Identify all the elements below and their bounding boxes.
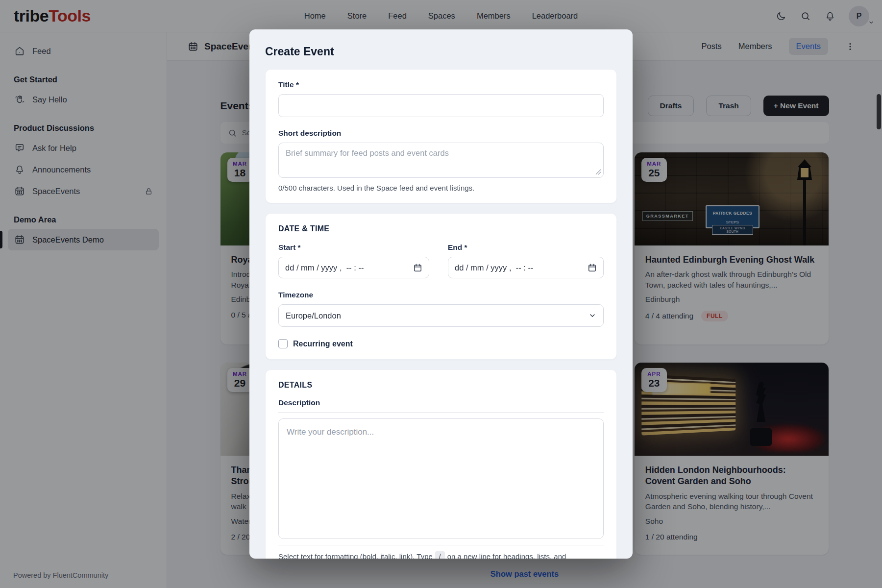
slash-key: / bbox=[435, 551, 445, 559]
short-description-label: Short description bbox=[278, 129, 604, 138]
modal-title: Create Event bbox=[265, 45, 617, 58]
divider bbox=[278, 412, 604, 413]
end-field: End * dd / mm / yyyy , -- : -- bbox=[448, 243, 604, 278]
recurring-event-row: Recurring event bbox=[278, 339, 604, 348]
short-description-textarea[interactable] bbox=[278, 143, 604, 178]
details-heading: DETAILS bbox=[278, 381, 604, 390]
divider bbox=[278, 545, 604, 545]
character-counter-helper: 0/500 characters. Used in the Space feed… bbox=[278, 184, 604, 192]
timezone-value: Europe/London bbox=[286, 311, 341, 320]
start-datetime-input[interactable]: dd / mm / yyyy , -- : -- bbox=[278, 257, 429, 278]
calendar-icon[interactable] bbox=[588, 263, 597, 272]
formatting-hint: Select text for formatting (bold, italic… bbox=[278, 551, 604, 559]
timezone-label: Timezone bbox=[278, 291, 604, 299]
short-description-wrap bbox=[278, 143, 604, 178]
calendar-icon[interactable] bbox=[413, 263, 422, 272]
event-title-input[interactable] bbox=[278, 94, 604, 117]
title-label: Title * bbox=[278, 80, 604, 89]
end-label: End * bbox=[448, 243, 604, 252]
page: tribeTools Home Store Feed Spaces Member… bbox=[0, 0, 882, 588]
timezone-select[interactable]: Europe/London bbox=[278, 304, 604, 327]
details-section: DETAILS Description Write your descripti… bbox=[265, 369, 617, 559]
description-label: Description bbox=[278, 398, 604, 407]
recurring-event-checkbox[interactable] bbox=[278, 339, 288, 348]
resize-grip-icon[interactable] bbox=[595, 169, 601, 175]
date-time-row: Start * dd / mm / yyyy , -- : -- End * d… bbox=[278, 243, 604, 278]
chevron-down-icon bbox=[588, 312, 596, 319]
hint-text: Select text for formatting (bold, italic… bbox=[278, 552, 433, 559]
hint-text: on a new line for headings, lists, and bbox=[447, 552, 566, 559]
description-placeholder: Write your description... bbox=[287, 427, 374, 437]
date-time-heading: DATE & TIME bbox=[278, 224, 604, 233]
description-editor[interactable]: Write your description... bbox=[278, 418, 604, 539]
date-time-section: DATE & TIME Start * dd / mm / yyyy , -- … bbox=[265, 213, 617, 360]
end-datetime-input[interactable]: dd / mm / yyyy , -- : -- bbox=[448, 257, 604, 278]
start-label: Start * bbox=[278, 243, 429, 252]
scrollbar-thumb[interactable] bbox=[877, 94, 881, 129]
basic-info-section: Title * Short description 0/500 characte… bbox=[265, 69, 617, 203]
create-event-modal: Create Event Title * Short description 0… bbox=[249, 29, 633, 559]
start-datetime-value: dd / mm / yyyy , -- : -- bbox=[285, 263, 364, 272]
recurring-event-label: Recurring event bbox=[293, 340, 353, 348]
end-datetime-value: dd / mm / yyyy , -- : -- bbox=[455, 263, 533, 272]
start-field: Start * dd / mm / yyyy , -- : -- bbox=[278, 243, 429, 278]
